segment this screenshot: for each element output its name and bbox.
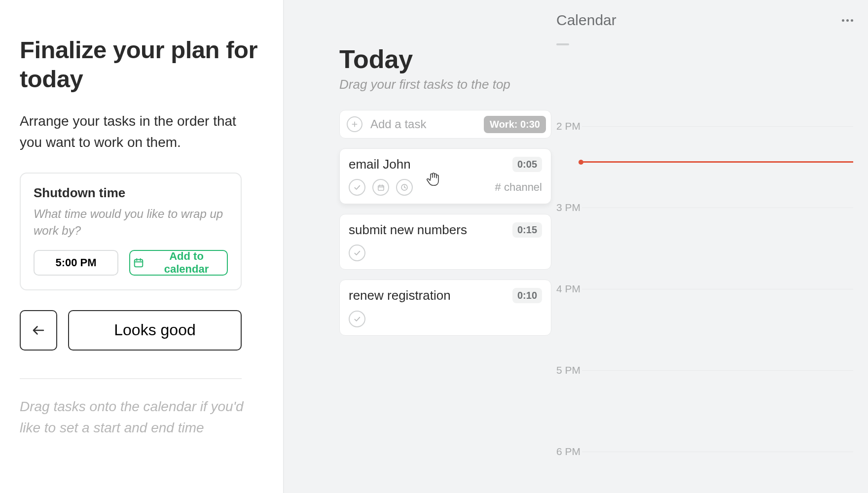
tasks-column: Today Drag your first tasks to the top A…: [284, 0, 551, 493]
looks-good-button[interactable]: Looks good: [68, 310, 242, 351]
shutdown-title: Shutdown time: [34, 185, 228, 201]
task-timer-button[interactable]: [396, 179, 413, 196]
plus-circle-icon: [347, 116, 362, 132]
hour-line: [582, 370, 853, 371]
task-complete-toggle[interactable]: [349, 179, 365, 196]
task-channel: # channel: [495, 181, 542, 194]
add-to-calendar-button[interactable]: Add to calendar: [129, 250, 228, 276]
more-horizontal-icon: [851, 19, 853, 22]
work-total-pill: Work: 0:30: [484, 116, 546, 133]
hour-line: [582, 289, 853, 289]
hour-label: 2 PM: [556, 120, 580, 132]
hour-label: 5 PM: [556, 364, 580, 376]
current-time-indicator: [582, 161, 853, 163]
right-area: Today Drag your first tasks to the top A…: [284, 0, 868, 493]
hour-line: [582, 126, 853, 127]
calendar-more-menu[interactable]: [842, 19, 853, 22]
hour-line: [582, 208, 853, 208]
tasks-subtitle: Drag your first tasks to the top: [339, 77, 551, 92]
task-complete-toggle[interactable]: [349, 311, 365, 327]
hour-line: [582, 452, 853, 452]
task-title: renew registration: [349, 288, 451, 303]
more-horizontal-icon: [846, 19, 849, 22]
collapse-handle-icon[interactable]: [556, 43, 569, 45]
task-schedule-button[interactable]: [372, 179, 389, 196]
task-duration-chip: 0:05: [512, 157, 542, 172]
page-lede: Arrange your tasks in the order that you…: [20, 110, 247, 153]
page-title: Finalize your plan for today: [20, 35, 259, 94]
shutdown-subtitle: What time would you like to wrap up work…: [34, 206, 228, 239]
task-card[interactable]: renew registration0:10: [339, 280, 551, 335]
svg-rect-0: [135, 259, 143, 267]
task-title: email John: [349, 157, 411, 172]
hour-label: 4 PM: [556, 283, 580, 295]
more-horizontal-icon: [842, 19, 844, 22]
svg-rect-7: [378, 185, 383, 190]
divider: [20, 378, 242, 379]
calendar-grid[interactable]: 2 PM3 PM4 PM5 PM6 PM: [556, 54, 853, 493]
task-duration-chip: 0:15: [512, 222, 542, 238]
onboarding-left-panel: Finalize your plan for today Arrange you…: [0, 0, 284, 493]
tasks-title: Today: [339, 44, 551, 74]
task-complete-toggle[interactable]: [349, 245, 365, 261]
calendar-title: Calendar: [556, 12, 616, 29]
add-to-calendar-label: Add to calendar: [149, 250, 224, 276]
shutdown-card: Shutdown time What time would you like t…: [20, 173, 242, 290]
hour-label: 3 PM: [556, 202, 580, 213]
task-card[interactable]: submit new numbers0:15: [339, 214, 551, 270]
task-title: submit new numbers: [349, 222, 467, 238]
add-task-input[interactable]: Add a task Work: 0:30: [339, 110, 551, 139]
shutdown-time-input[interactable]: 5:00 PM: [34, 250, 118, 276]
calendar-icon: [133, 257, 144, 268]
task-duration-chip: 0:10: [512, 288, 542, 303]
calendar-column: Calendar 2 PM3 PM4 PM5 PM6 PM: [551, 0, 868, 493]
calendar-drag-hint: Drag tasks onto the calendar if you'd li…: [20, 396, 247, 439]
add-task-placeholder: Add a task: [370, 117, 426, 131]
back-button[interactable]: [20, 310, 57, 351]
hour-label: 6 PM: [556, 446, 580, 458]
task-card[interactable]: email John0:05# channel: [339, 148, 551, 204]
arrow-left-icon: [31, 323, 46, 338]
